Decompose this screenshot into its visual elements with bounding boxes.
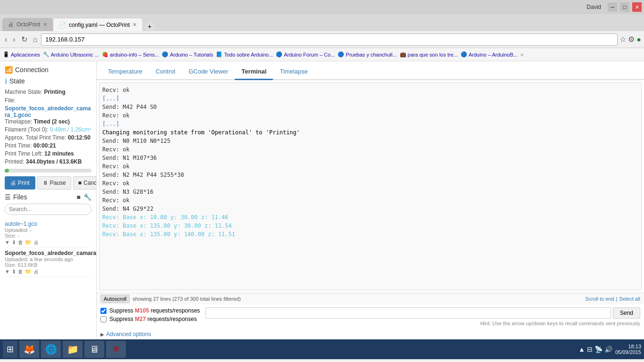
file-delete-btn-1[interactable]: 🗑 (18, 239, 23, 246)
browser-tab-octoprint[interactable]: 🖨 OctoPrint ✕ (2, 18, 53, 31)
bookmark-para-que[interactable]: 💼 para que son los tre... (400, 51, 458, 58)
maximize-button[interactable]: □ (620, 2, 629, 12)
file-meta-2: Uploaded: a few seconds ago (5, 256, 91, 262)
cancel-button[interactable]: ■ Cancel (73, 176, 97, 189)
tray-sound-icon[interactable]: 🔊 (604, 346, 612, 353)
state-header: ℹ State (5, 77, 91, 85)
progress-bar-fill (5, 169, 9, 173)
file-download-btn-1[interactable]: ⬇ (12, 239, 16, 246)
file-name-2[interactable]: Soporte_focos_alrededor_camara_1.gcode (5, 250, 91, 256)
term-line-14: Recv: ok (102, 196, 638, 205)
file-download-btn-2[interactable]: ⬇ (12, 269, 16, 275)
file-delete-btn-2[interactable]: 🗑 (18, 269, 23, 275)
back-button[interactable]: ‹ (3, 34, 9, 45)
tab-terminal[interactable]: Terminal (235, 64, 273, 80)
tab-temperature[interactable]: Temperature (101, 64, 149, 80)
home-button[interactable]: ⌂ (31, 34, 40, 45)
command-input[interactable] (206, 307, 611, 319)
bookmark-todo-arduino[interactable]: 📘 Todo sobre Arduino... (216, 51, 273, 58)
terminal-output[interactable]: Recv: ok [...] Send: M42 P44 S0 Recv: ok… (99, 82, 642, 290)
extensions-icon[interactable]: ⚙ (628, 35, 635, 44)
showing-text: showing 27 lines (273 of 300 total lines… (132, 296, 582, 302)
print-button[interactable]: 🖨 Print (5, 176, 35, 189)
tabs-header: Temperature Control GCode Viewer Termina… (97, 61, 644, 80)
signal-icon: 📶 (5, 66, 13, 74)
connection-title: Connection (15, 66, 49, 74)
suppress-m105-item: Suppress M105 requests/responses (100, 307, 200, 314)
pause-icon: ⏸ (42, 180, 48, 186)
print-icon: 🖨 (10, 180, 16, 186)
address-bar[interactable] (41, 33, 618, 46)
terminal-controls: Suppress M105 requests/responses Suppres… (97, 304, 644, 329)
suppress-m105-checkbox[interactable] (100, 308, 107, 314)
new-tab-button[interactable]: + (145, 22, 154, 31)
browser-tab-config[interactable]: 📄 config.yaml — OctoPrint ✕ (53, 18, 143, 31)
file-actions-2: ▼ ⬇ 🗑 📁 🖨 (5, 269, 91, 275)
scroll-to-end-link[interactable]: Scroll to end (585, 296, 614, 302)
files-search-input[interactable] (5, 204, 91, 215)
file-actions-1: ▼ ⬇ 🗑 📁 🖨 (5, 239, 91, 246)
bookmarks-bar: 📱 Aplicaciones 🔧 Arduino Ultrasonic ... … (0, 48, 644, 61)
taskbar-explorer[interactable]: 📁 (63, 341, 83, 358)
bookmark-star-icon[interactable]: ☆ (619, 35, 626, 44)
tray-network-icon[interactable]: 📡 (594, 346, 603, 353)
close-button[interactable]: ✕ (632, 2, 642, 12)
reload-button[interactable]: ↻ (19, 34, 29, 45)
machine-state-row: Machine State: Printing (5, 89, 91, 95)
file-row: File: (5, 97, 91, 104)
file-expand-btn-1[interactable]: ▼ (5, 239, 10, 246)
wrench-icon[interactable]: 🔧 (83, 193, 91, 201)
pause-label: Pause (50, 180, 66, 186)
taskbar-chrome[interactable]: 🌐 (41, 341, 61, 358)
file-name: Soporte_focos_alrededor_camara_1.gcoc (5, 105, 91, 118)
file-name-1[interactable]: autole~1.gco (5, 221, 91, 227)
bookmark-arduino-ultrasonic[interactable]: 🔧 Arduino Ultrasonic ... (43, 51, 99, 58)
tab-gcode-viewer[interactable]: GCode Viewer (182, 64, 235, 80)
file-print-btn-2[interactable]: 🖨 (33, 269, 39, 275)
file-expand-btn-2[interactable]: ▼ (5, 269, 10, 275)
more-bookmarks[interactable]: » (520, 51, 524, 58)
forward-button[interactable]: › (11, 34, 17, 45)
tab-label: OctoPrint (17, 21, 40, 28)
chrome-menu-icon[interactable]: ● (636, 35, 641, 44)
tab-control[interactable]: Control (149, 64, 182, 80)
suppress-m27-text: Suppress M27 requests/responses (109, 316, 197, 322)
taskbar-hp[interactable]: 🖥 (84, 341, 104, 358)
file-folder-btn-2[interactable]: 📁 (25, 269, 32, 275)
bookmark-arduinob[interactable]: 🔵 Arduino – ArduinoB... (461, 51, 518, 58)
m105-highlight: M105 (135, 307, 149, 314)
tab-close-icon-2[interactable]: ✕ (132, 22, 137, 28)
user-label: David (586, 4, 601, 10)
tray-windows-icon[interactable]: ⊟ (587, 346, 593, 353)
suppress-m27-checkbox[interactable] (100, 316, 107, 322)
file-folder-btn-1[interactable]: 📁 (25, 239, 32, 246)
pause-button[interactable]: ⏸ Pause (37, 176, 71, 189)
bookmark-pruebas[interactable]: 🔵 Pruebas y chanchull... (338, 51, 396, 58)
bookmark-arduino-info[interactable]: 🍓 arduino-info – Sens... (102, 51, 159, 58)
progress-bar-container (5, 169, 91, 173)
taskbar-firefox[interactable]: 🦊 (19, 341, 39, 358)
bookmark-aplicaciones[interactable]: 📱 Aplicaciones (3, 51, 40, 58)
bookmark-arduino-forum[interactable]: 🔵 Arduino Forum – Co... (276, 51, 335, 58)
bookmark-arduino-tutorials[interactable]: 🔵 Arduino – Tutorials (162, 51, 213, 58)
send-button[interactable]: Send (613, 307, 640, 319)
print-time-label: Print Time: (5, 142, 32, 149)
autoscroll-button[interactable]: Autoscroll (100, 295, 130, 303)
taskbar-app-r[interactable]: ® (106, 341, 126, 358)
filament-value: 0.49m / 1.26cm³ (50, 126, 91, 133)
tab-close-icon[interactable]: ✕ (43, 22, 47, 28)
start-button[interactable]: ⊞ (3, 341, 17, 358)
tray-show-icon[interactable]: ▲ (578, 346, 585, 353)
tab-favicon: 🖨 (8, 21, 14, 28)
select-all-link[interactable]: Select all (619, 296, 640, 302)
taskbar: ⊞ 🦊 🌐 📁 🖥 ® ▲ ⊟ 📡 🔊 18:13 05/09/2015 (0, 339, 644, 359)
nav-bar: ‹ › ↻ ⌂ ☆ ⚙ ● (0, 31, 644, 48)
minimize-button[interactable]: ─ (608, 2, 617, 12)
print-time-left-row: Print Time Left: 12 minutes (5, 150, 91, 157)
taskbar-datetime: 18:13 05/09/2015 (615, 344, 641, 355)
tab-timelapse[interactable]: Timelapse (273, 64, 314, 80)
suppress-checks: Suppress M105 requests/responses Suppres… (100, 307, 200, 322)
advanced-options[interactable]: ▶ Advanced options (97, 329, 644, 339)
file-print-btn-1[interactable]: 🖨 (33, 239, 39, 246)
taskbar-icons: ▲ ⊟ 📡 🔊 (578, 346, 612, 353)
